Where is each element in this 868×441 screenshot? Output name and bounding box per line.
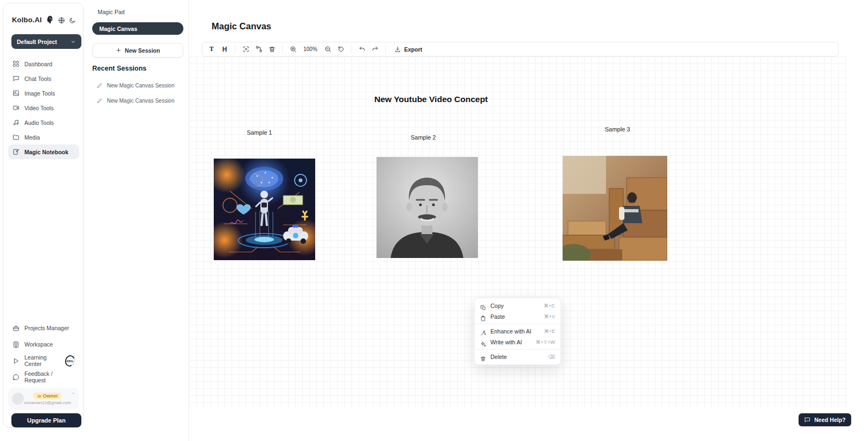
reset-view-button[interactable] — [335, 43, 347, 55]
session-item-label: New Magic Canvas Session — [107, 98, 175, 104]
sidebar-item-feedback-request[interactable]: Feedback / Request — [8, 369, 79, 385]
language-globe-icon[interactable] — [58, 16, 65, 23]
zoom-in-icon — [290, 46, 297, 53]
sidebar-nav: Dashboard Chat Tools Image Tools Video T… — [8, 56, 79, 159]
menu-divider — [475, 349, 560, 350]
sidebar-item-audio-tools[interactable]: Audio Tools — [8, 115, 79, 130]
sidebar-item-dashboard[interactable]: Dashboard — [8, 56, 79, 71]
sidebar-item-video-tools[interactable]: Video Tools — [8, 100, 79, 115]
dark-mode-moon-icon[interactable] — [69, 16, 76, 23]
sidebar-item-label: Chat Tools — [24, 75, 51, 82]
session-list-item[interactable]: New Magic Canvas Session — [97, 83, 183, 89]
export-label: Export — [404, 46, 422, 53]
context-menu-item-copy[interactable]: Copy ⌘+C — [475, 300, 560, 311]
heading-tool-button[interactable]: H — [219, 43, 231, 55]
sample-1-label[interactable]: Sample 1 — [247, 129, 272, 136]
redo-icon — [372, 46, 379, 53]
context-menu: Copy ⌘+C Paste ⌘+V Enhance with AI ⌘+E W… — [474, 298, 561, 365]
sidebar-item-label: Image Tools — [24, 90, 55, 97]
delete-tool-button[interactable] — [266, 43, 278, 55]
project-selector-label: Default Project — [17, 39, 57, 45]
sparkles-icon — [480, 339, 486, 345]
nav-item-magic-canvas[interactable]: Magic Canvas — [92, 22, 183, 35]
need-help-button[interactable]: Need Help? — [799, 413, 851, 426]
connector-tool-button[interactable] — [253, 43, 265, 55]
select-area-tool-button[interactable] — [240, 43, 252, 55]
text-tool-button[interactable]: T — [206, 43, 218, 55]
shortcut-hint: ⌘+V — [544, 314, 555, 319]
context-menu-item-enhance-with-ai[interactable]: Enhance with AI ⌘+E — [475, 326, 560, 337]
magic-wand-icon — [480, 329, 486, 335]
user-account-chip[interactable]: Owner zoharvan12@gmail.com — [8, 388, 79, 410]
sample-image-3[interactable] — [563, 156, 667, 261]
sidebar-item-label: Media — [24, 134, 40, 141]
crown-icon — [37, 393, 42, 398]
sidebar-item-magic-notebook[interactable]: Magic Notebook — [8, 144, 79, 159]
session-panel: Magic Pad Magic Canvas New Session Recen… — [84, 0, 189, 441]
image-icon — [12, 90, 20, 97]
logo-row: Kolbo.AI — [12, 15, 77, 24]
sidebar-bottom-nav: Projects Manager Workspace Learning Cent… — [8, 320, 79, 385]
video-camera-icon — [12, 104, 20, 111]
context-menu-item-paste[interactable]: Paste ⌘+V — [475, 311, 560, 322]
sample-image-1[interactable] — [214, 159, 315, 260]
sidebar-item-image-tools[interactable]: Image Tools — [8, 86, 79, 100]
context-menu-item-delete[interactable]: Delete ⌫ — [475, 351, 560, 362]
brain-head-icon — [46, 15, 54, 24]
zoom-out-icon — [324, 46, 331, 53]
toolbar-divider — [385, 45, 386, 54]
magic-canvas-label: Magic Canvas — [99, 26, 137, 32]
pencil-icon — [97, 98, 103, 104]
shortcut-hint: ⌘+E — [544, 329, 555, 334]
new-session-button[interactable]: New Session — [92, 43, 183, 58]
sidebar-item-projects-manager[interactable]: Projects Manager — [8, 320, 79, 336]
context-menu-item-write-with-ai[interactable]: Write with AI ⌘+⇧+W — [475, 337, 560, 348]
learning-progress-badge: 66% — [63, 354, 76, 368]
sidebar-item-media[interactable]: Media — [8, 130, 79, 144]
sample-image-2[interactable] — [376, 157, 478, 258]
canvas-title-text[interactable]: New Youtube Video Concept — [374, 94, 488, 104]
dashboard-icon — [12, 60, 20, 67]
session-item-label: New Magic Canvas Session — [107, 83, 175, 89]
sample-2-label[interactable]: Sample 2 — [411, 134, 436, 141]
chat-bubble-icon — [12, 75, 20, 82]
sidebar-item-learning-center[interactable]: Learning Center 66% — [8, 352, 79, 369]
redo-button[interactable] — [369, 43, 381, 55]
app-window: Kolbo.AI Default Project Dashboard Chat … — [0, 0, 868, 441]
upgrade-plan-button[interactable]: Upgrade Plan — [11, 413, 81, 427]
rotate-reset-icon — [337, 46, 344, 53]
connector-icon — [256, 46, 263, 53]
zoom-in-button[interactable] — [287, 43, 299, 55]
media-folder-icon — [12, 134, 20, 141]
new-session-label: New Session — [125, 47, 160, 54]
chip-chevron-icon — [71, 391, 75, 395]
nav-item-magic-pad[interactable]: Magic Pad — [98, 9, 125, 15]
sidebar-item-label: Audio Tools — [24, 119, 54, 126]
zoom-out-button[interactable] — [322, 43, 334, 55]
menu-divider — [475, 324, 560, 324]
sample-3-label[interactable]: Sample 3 — [605, 126, 630, 133]
pencil-icon — [97, 83, 103, 89]
session-list-item[interactable]: New Magic Canvas Session — [97, 98, 183, 104]
export-button[interactable]: Export — [390, 43, 426, 55]
chevron-down-icon — [71, 39, 76, 45]
canvas-toolbar: T H 100% Export — [202, 42, 839, 56]
building-icon — [12, 341, 20, 348]
sidebar-item-chat-tools[interactable]: Chat Tools — [8, 71, 79, 86]
toolbar-divider — [351, 45, 352, 54]
project-selector[interactable]: Default Project — [11, 34, 81, 49]
recent-sessions-heading: Recent Sessions — [92, 65, 146, 72]
shortcut-hint: ⌘+C — [544, 303, 555, 308]
magic-canvas-surface[interactable]: New Youtube Video Concept Sample 1 Sampl… — [189, 56, 847, 407]
trash-icon — [480, 354, 486, 360]
download-icon — [394, 46, 401, 53]
sidebar-item-label: Learning Center — [24, 354, 59, 367]
trash-icon — [269, 46, 276, 53]
need-help-label: Need Help? — [814, 417, 846, 423]
sidebar-item-label: Workspace — [24, 341, 53, 348]
sidebar-item-label: Magic Notebook — [24, 149, 68, 155]
user-email: zoharvan12@gmail.com — [24, 400, 71, 405]
sidebar-item-workspace[interactable]: Workspace — [8, 336, 79, 352]
undo-button[interactable] — [356, 43, 368, 55]
sidebar-item-label: Video Tools — [24, 105, 54, 111]
